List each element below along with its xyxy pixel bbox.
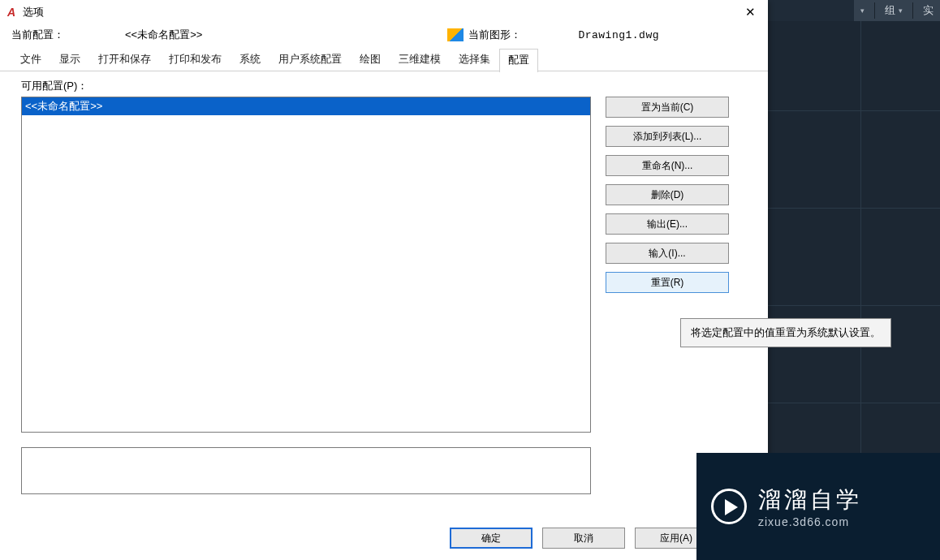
- current-profile-value: <<未命名配置>>: [125, 28, 202, 42]
- profile-list-item[interactable]: <<未命名配置>>: [22, 97, 590, 115]
- ribbon-other-text: 实: [923, 3, 934, 18]
- ribbon-group-label[interactable]: 组 ▾: [878, 3, 909, 18]
- dialog-title: 选项: [23, 5, 44, 19]
- dialog-close-button[interactable]: ✕: [732, 0, 768, 24]
- ribbon-fragment: ▾ 组 ▾ 实: [854, 0, 940, 21]
- tab-profile[interactable]: 配置: [499, 49, 538, 72]
- add-to-list-button[interactable]: 添加到列表(L)...: [606, 126, 729, 147]
- tab-open-save[interactable]: 打开和保存: [89, 48, 160, 71]
- watermark-url: zixue.3d66.com: [758, 515, 862, 528]
- drawing-file-icon: [447, 28, 464, 41]
- set-current-button[interactable]: 置为当前(C): [606, 97, 729, 118]
- ribbon-other-label[interactable]: 实: [916, 3, 940, 18]
- tab-display[interactable]: 显示: [50, 48, 89, 71]
- dialog-bottom-buttons: 确定 取消 应用(A) 帮: [0, 519, 768, 560]
- tab-draw[interactable]: 绘图: [351, 48, 390, 71]
- reset-tooltip: 将选定配置中的值重置为系统默认设置。: [680, 318, 891, 347]
- rename-button[interactable]: 重命名(N)...: [606, 155, 729, 176]
- profile-tab-content: 可用配置(P)： <<未命名配置>> 置为当前(C) 添加到列表(L)... 重…: [0, 71, 768, 519]
- reset-button[interactable]: 重置(R): [606, 272, 729, 293]
- import-button[interactable]: 输入(I)...: [606, 243, 729, 264]
- close-icon: ✕: [745, 5, 756, 19]
- current-drawing-value: Drawing1.dwg: [578, 29, 659, 41]
- profile-info-row: 当前配置： <<未命名配置>> 当前图形： Drawing1.dwg: [0, 24, 768, 47]
- tab-3d[interactable]: 三维建模: [390, 48, 450, 71]
- available-profiles-label: 可用配置(P)：: [21, 79, 750, 93]
- autocad-app-icon: A: [5, 6, 18, 19]
- watermark-banner: 溜溜自学 zixue.3d66.com: [696, 453, 940, 560]
- ribbon-group-text: 组: [885, 3, 895, 18]
- watermark-title: 溜溜自学: [758, 485, 862, 515]
- cancel-button[interactable]: 取消: [542, 528, 625, 549]
- profile-listbox[interactable]: <<未命名配置>>: [21, 97, 591, 433]
- chevron-down-icon: ▾: [860, 6, 865, 15]
- play-circle-icon: [711, 489, 747, 524]
- tab-user[interactable]: 用户系统配置: [269, 48, 351, 71]
- tab-plot[interactable]: 打印和发布: [160, 48, 231, 71]
- export-button[interactable]: 输出(E)...: [606, 213, 729, 235]
- profile-side-buttons: 置为当前(C) 添加到列表(L)... 重命名(N)... 删除(D) 输出(E…: [606, 97, 729, 433]
- tab-system[interactable]: 系统: [231, 48, 269, 71]
- ok-button[interactable]: 确定: [450, 528, 533, 549]
- current-drawing-label: 当前图形：: [468, 28, 521, 42]
- dialog-titlebar: A 选项 ✕: [0, 0, 768, 24]
- delete-button[interactable]: 删除(D): [606, 184, 729, 205]
- options-dialog: A 选项 ✕ 当前配置： <<未命名配置>> 当前图形： Drawing1.dw…: [0, 0, 768, 560]
- chevron-down-icon: ▾: [899, 6, 903, 15]
- ribbon-dropdown-indicator[interactable]: ▾: [854, 6, 871, 15]
- current-profile-label: 当前配置：: [11, 28, 125, 42]
- tab-select[interactable]: 选择集: [450, 48, 499, 71]
- profile-description-box: [21, 447, 591, 494]
- tab-row: 文件显示打开和保存打印和发布系统用户系统配置绘图三维建模选择集配置: [0, 48, 768, 71]
- tab-files[interactable]: 文件: [11, 48, 50, 71]
